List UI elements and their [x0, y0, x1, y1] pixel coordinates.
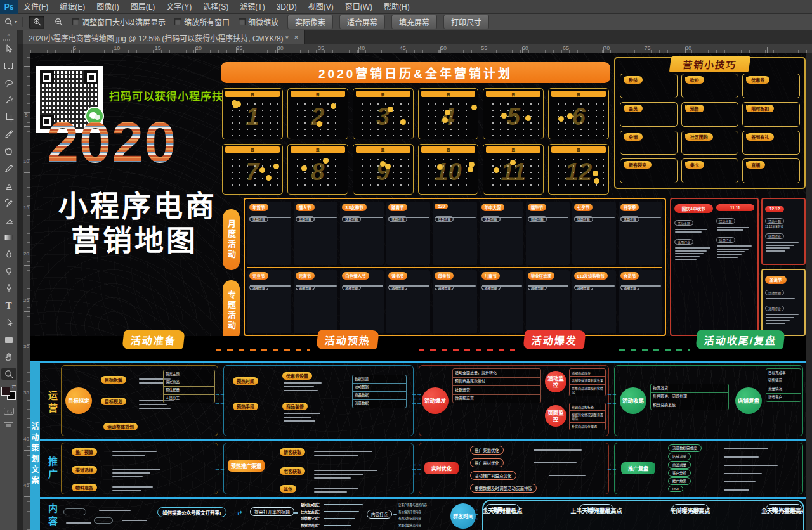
text-line — [717, 245, 752, 247]
swap-colors-icon[interactable]: ⇄ — [12, 384, 16, 389]
event-dot-icon — [385, 164, 391, 169]
timeline-note: 全天曝光量最高点 — [761, 507, 804, 515]
theme-text: 12.12年末狂欢 — [765, 225, 802, 229]
current-tool-reference[interactable]: ▾ — [4, 17, 23, 27]
color-swatches[interactable]: ⇄ — [1, 385, 16, 400]
flow-list-item: 人员分工 — [164, 395, 214, 403]
zoom-preset-button[interactable]: 实际像素 — [287, 15, 333, 29]
flow-hub: 活动监控 — [545, 371, 566, 392]
zoom-option-checkbox[interactable]: 调整窗口大小以满屏显示 — [72, 16, 166, 27]
activity-title: 白色情人节 — [342, 272, 369, 280]
lasso-tool[interactable] — [1, 77, 16, 89]
text-line — [66, 522, 91, 524]
calendar-month: 一二三四五六日11 — [483, 144, 544, 195]
ruler-number: 55 — [481, 45, 487, 51]
flow-list-item: 微客服运营 — [453, 395, 540, 403]
ruler-origin[interactable] — [23, 44, 30, 53]
calendar-month-number: 8 — [288, 151, 348, 195]
menu-item[interactable]: 3D(D) — [271, 0, 303, 14]
qr-finder-icon — [40, 70, 54, 84]
zoom-out-button[interactable] — [51, 16, 66, 29]
move-tool[interactable] — [1, 43, 16, 55]
zoom-tool[interactable] — [1, 368, 16, 380]
brush-tool[interactable] — [1, 163, 16, 174]
screen-mode-button[interactable] — [4, 422, 13, 429]
menu-item[interactable]: 视图(V) — [303, 0, 339, 14]
menu-item[interactable]: 滤镜(T) — [234, 0, 270, 14]
history-brush-tool[interactable] — [1, 197, 16, 209]
flow-list: 活动全面放量，提升转化预售商品尾款催付社群运营微客服运营 — [452, 368, 541, 403]
eraser-tool[interactable] — [1, 214, 16, 226]
zoom-preset-button[interactable]: 打印尺寸 — [443, 15, 489, 29]
poster-title-line2: 营销地图 — [71, 217, 198, 259]
healing-brush-tool[interactable] — [1, 146, 16, 157]
crop-icon — [4, 112, 14, 122]
checkbox-box[interactable] — [239, 18, 246, 25]
menu-item[interactable]: 文件(F) — [18, 0, 54, 14]
text-line — [621, 285, 645, 287]
menu-item[interactable]: 选择(S) — [197, 0, 234, 14]
eyedropper-tool[interactable] — [1, 129, 16, 140]
marquee-tool[interactable] — [1, 60, 16, 72]
featured-column: 11.11活动主题适用行业 — [716, 204, 755, 330]
magic-wand-tool[interactable] — [1, 94, 16, 106]
zoom-in-button[interactable] — [29, 16, 44, 29]
text-line — [675, 229, 707, 230]
close-icon[interactable]: × — [294, 33, 299, 42]
document-canvas[interactable]: 扫码可以获得小程序扶持 2020 小程序电商 营销地图 2020营销日历&全年营… — [30, 53, 812, 530]
type-tool[interactable]: T — [1, 300, 16, 311]
activity-card: 端午节活动主题适用行业 — [526, 202, 570, 265]
text-line — [122, 520, 147, 521]
menu-item[interactable]: 编辑(E) — [54, 0, 91, 14]
tip-label: 秒杀 — [624, 76, 643, 84]
event-dot-icon — [266, 175, 272, 181]
rectangle-tool[interactable] — [1, 334, 16, 346]
content-list-title: 巨大反差式： — [301, 509, 322, 514]
crop-tool[interactable] — [1, 112, 16, 123]
tools-panel: » T ⇄ — [0, 30, 18, 530]
dodge-tool[interactable] — [1, 266, 16, 277]
text-line — [314, 491, 347, 493]
pen-tool[interactable] — [1, 283, 16, 294]
blur-tool[interactable] — [1, 249, 16, 260]
activity-card: 3.8女神节活动主题适用行业 — [340, 202, 384, 265]
document-tab[interactable]: 2020小程序电商营销地图.jpg @ 12.5% (扫码可以获得小程序扶持, … — [23, 30, 305, 44]
monthly-activities-label: 月度活动 — [223, 209, 240, 270]
clone-stamp-tool[interactable] — [1, 180, 16, 191]
panel-grip[interactable] — [3, 39, 15, 41]
band-divider — [247, 267, 662, 268]
zoom-option-checkbox[interactable]: 细微缩放 — [239, 16, 278, 27]
bullet-icon — [624, 162, 625, 164]
zoom-preset-button[interactable]: 适合屏幕 — [339, 15, 385, 29]
flow-cell-operations-warmup: 预热时间预热手段优惠券设置商品装修数据渠道活动数据商品数据流量数据 — [223, 365, 414, 436]
activity-title: 年货节 — [249, 204, 268, 211]
flow-node: 物料准备 — [72, 484, 97, 491]
flow-list-item: 活动商品库存 — [570, 369, 605, 377]
text-line — [324, 511, 359, 512]
content-list-title: 疑问互动式： — [301, 502, 322, 507]
menu-item[interactable]: 图像(I) — [91, 0, 124, 14]
ruler-number: 20 — [23, 252, 29, 257]
text-line — [284, 390, 318, 391]
menu-item[interactable]: 帮助(H) — [378, 0, 416, 14]
ruler-number: 80 — [685, 45, 691, 51]
menu-item[interactable]: 文字(Y) — [160, 0, 197, 14]
hand-tool[interactable] — [1, 351, 16, 363]
menu-items: 文件(F)编辑(E)图像(I)图层(L)文字(Y)选择(S)滤镜(T)3D(D)… — [18, 0, 416, 14]
foreground-color-swatch[interactable] — [1, 387, 10, 396]
text-line — [139, 408, 171, 409]
text-line — [724, 473, 762, 474]
zoom-option-checkbox[interactable]: 缩放所有窗口 — [174, 16, 230, 27]
quick-mask-button[interactable] — [4, 408, 14, 415]
checkbox-box[interactable] — [174, 18, 181, 25]
checkbox-box[interactable] — [72, 18, 79, 25]
menu-item[interactable]: 图层(L) — [125, 0, 161, 14]
gradient-tool[interactable] — [1, 231, 16, 243]
tag-industry: 适用行业 — [674, 239, 693, 245]
collapse-panel-icon[interactable]: » — [7, 32, 10, 38]
text-line — [675, 250, 707, 252]
zoom-preset-button[interactable]: 填充屏幕 — [391, 15, 437, 29]
menu-item[interactable]: 窗口(W) — [339, 0, 378, 14]
path-selection-tool[interactable] — [1, 317, 16, 328]
flow-node: 优惠券设置 — [282, 372, 312, 380]
